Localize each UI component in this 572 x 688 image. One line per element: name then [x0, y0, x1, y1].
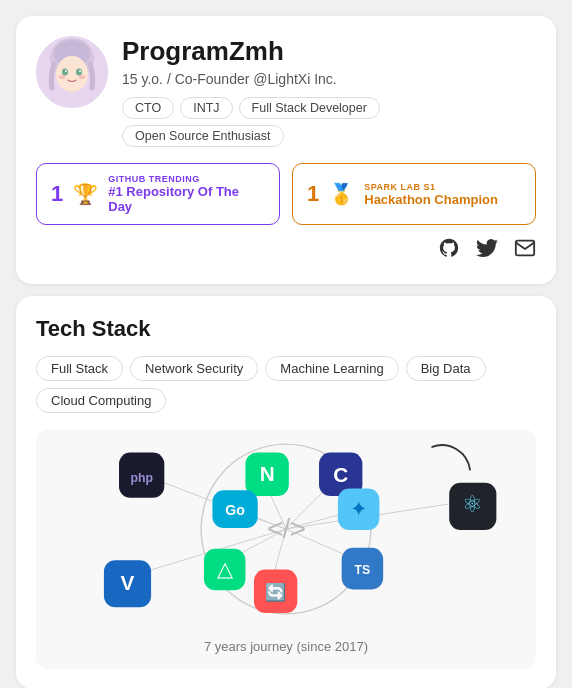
badge2-text: SPARK LAB S1 Hackathon Champion	[364, 182, 498, 207]
svg-point-6	[65, 70, 67, 72]
tech-tags-row: Full Stack Network Security Machine Lear…	[36, 356, 536, 413]
tech-viz-svg: </> php N C Go ✦ ⚛ △ TS	[36, 429, 536, 629]
avatar	[36, 36, 108, 108]
badge1-label: GITHUB TRENDING	[108, 174, 265, 184]
svg-text:△: △	[217, 557, 234, 580]
svg-text:⚛: ⚛	[462, 492, 483, 517]
tech-tag-bigdata: Big Data	[406, 356, 486, 381]
profile-info: ProgramZmh 15 y.o. / Co-Founder @LightXi…	[122, 36, 536, 147]
techstack-card: Tech Stack Full Stack Network Security M…	[16, 296, 556, 688]
badge2-title: Hackathon Champion	[364, 192, 498, 207]
svg-point-9	[79, 75, 86, 79]
github-icon[interactable]	[438, 237, 460, 264]
badge2-icon: 🥇	[329, 182, 354, 206]
svg-text:V: V	[121, 572, 135, 595]
tag-fullstack: Full Stack Developer	[239, 97, 380, 119]
profile-name: ProgramZmh	[122, 36, 536, 67]
twitter-icon[interactable]	[476, 237, 498, 264]
tag-cto: CTO	[122, 97, 174, 119]
badge2-rank: 1	[307, 181, 319, 207]
viz-footer: 7 years journey (since 2017)	[36, 633, 536, 662]
svg-text:php: php	[130, 471, 152, 485]
svg-text:C: C	[333, 463, 348, 486]
badges-row: 1 🏆 GITHUB TRENDING #1 Repository Of The…	[36, 163, 536, 225]
badge1-icon: 🏆	[73, 182, 98, 206]
svg-point-3	[56, 56, 88, 92]
badge1-rank: 1	[51, 181, 63, 207]
badge1-title: #1 Repository Of The Day	[108, 184, 265, 214]
svg-text:</>: </>	[267, 513, 305, 545]
svg-point-7	[79, 70, 81, 72]
tag-opensource: Open Source Enthusiast	[122, 125, 284, 147]
profile-subtitle: 15 y.o. / Co-Founder @LightXi Inc.	[122, 71, 536, 87]
tech-tag-netsec: Network Security	[130, 356, 258, 381]
tag-intj: INTJ	[180, 97, 232, 119]
svg-text:N: N	[260, 462, 275, 485]
svg-text:✦: ✦	[350, 497, 368, 520]
badge2-label: SPARK LAB S1	[364, 182, 498, 192]
profile-header: ProgramZmh 15 y.o. / Co-Founder @LightXi…	[36, 36, 536, 147]
profile-card: ProgramZmh 15 y.o. / Co-Founder @LightXi…	[16, 16, 556, 284]
svg-point-4	[62, 69, 68, 76]
svg-text:TS: TS	[355, 563, 371, 577]
badge1-text: GITHUB TRENDING #1 Repository Of The Day	[108, 174, 265, 214]
badge-github-trending: 1 🏆 GITHUB TRENDING #1 Repository Of The…	[36, 163, 280, 225]
techstack-title: Tech Stack	[36, 316, 536, 342]
tech-tag-fullstack: Full Stack	[36, 356, 123, 381]
svg-text:🔄: 🔄	[265, 582, 287, 603]
tech-tag-cloud: Cloud Computing	[36, 388, 166, 413]
svg-text:Go: Go	[225, 502, 245, 518]
svg-point-5	[76, 69, 82, 76]
profile-tags: CTO INTJ Full Stack Developer Open Sourc…	[122, 97, 536, 147]
tech-visualization: </> php N C Go ✦ ⚛ △ TS	[36, 429, 536, 669]
email-icon[interactable]	[514, 237, 536, 264]
badge-sparklab: 1 🥇 SPARK LAB S1 Hackathon Champion	[292, 163, 536, 225]
social-links	[36, 237, 536, 264]
svg-point-8	[59, 75, 66, 79]
tech-tag-ml: Machine Learning	[265, 356, 398, 381]
